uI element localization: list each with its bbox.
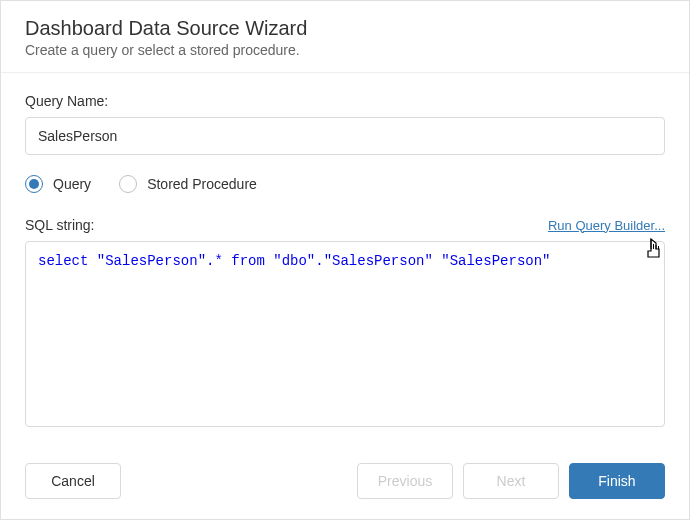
radio-button-icon <box>119 175 137 193</box>
cancel-button[interactable]: Cancel <box>25 463 121 499</box>
radio-stored-procedure-label: Stored Procedure <box>147 176 257 192</box>
next-button[interactable]: Next <box>463 463 559 499</box>
sql-string-label: SQL string: <box>25 217 95 233</box>
radio-query[interactable]: Query <box>25 175 91 193</box>
radio-query-label: Query <box>53 176 91 192</box>
wizard-subtitle: Create a query or select a stored proced… <box>25 42 665 58</box>
finish-button[interactable]: Finish <box>569 463 665 499</box>
query-name-label: Query Name: <box>25 93 665 109</box>
sql-text: select "SalesPerson".* from "dbo"."Sales… <box>38 253 550 269</box>
wizard-body: Query Name: Query Stored Procedure SQL s… <box>1 73 689 447</box>
query-name-input[interactable] <box>25 117 665 155</box>
wizard-footer: Cancel Previous Next Finish <box>1 447 689 519</box>
sql-string-textarea[interactable]: select "SalesPerson".* from "dbo"."Sales… <box>25 241 665 427</box>
run-query-builder-link[interactable]: Run Query Builder... <box>548 218 665 233</box>
wizard-container: Dashboard Data Source Wizard Create a qu… <box>0 0 690 520</box>
footer-right-group: Previous Next Finish <box>357 463 665 499</box>
radio-button-icon <box>25 175 43 193</box>
previous-button[interactable]: Previous <box>357 463 453 499</box>
radio-stored-procedure[interactable]: Stored Procedure <box>119 175 257 193</box>
wizard-title: Dashboard Data Source Wizard <box>25 17 665 40</box>
wizard-header: Dashboard Data Source Wizard Create a qu… <box>1 1 689 73</box>
query-type-radio-group: Query Stored Procedure <box>25 175 665 193</box>
sql-label-row: SQL string: Run Query Builder... <box>25 217 665 233</box>
